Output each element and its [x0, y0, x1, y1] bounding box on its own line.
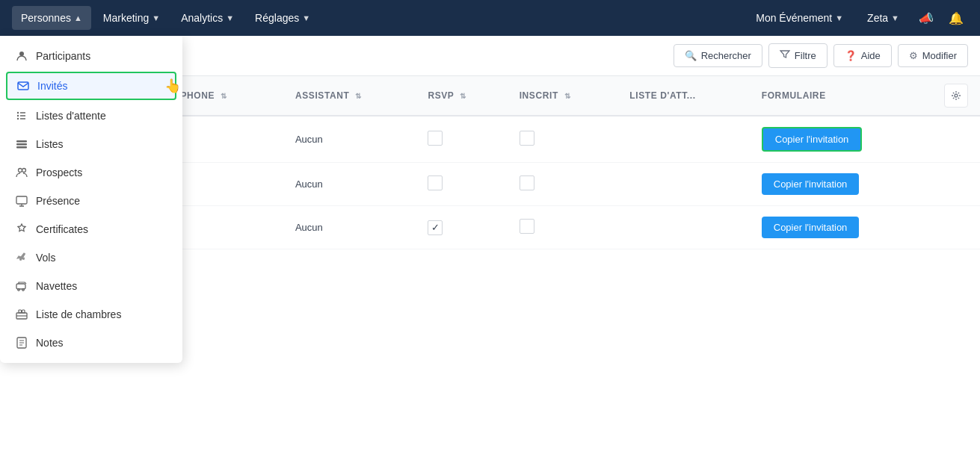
rsvp-checkbox-2[interactable]	[428, 175, 443, 190]
cell-settings-2	[932, 163, 980, 206]
notification-megaphone-icon[interactable]: 📣	[914, 6, 938, 30]
cell-formulaire-2[interactable]: Copier l'invitation	[750, 163, 932, 206]
cell-settings-1	[932, 116, 980, 163]
listes-attente-label: Listes d'attente	[36, 110, 106, 122]
col-settings[interactable]	[932, 76, 980, 116]
cell-inscrit-3[interactable]	[508, 206, 618, 249]
vols-label: Vols	[36, 252, 55, 264]
search-icon: 🔍	[685, 50, 697, 61]
notes-label: Notes	[36, 337, 64, 349]
sort-inscrit-icon: ⇅	[564, 92, 571, 100]
menu-item-liste-chambres[interactable]: Liste de chambres	[0, 300, 182, 329]
nav-user-label: Zeta	[867, 12, 888, 24]
copy-invitation-button-2[interactable]: Copier l'invitation	[762, 173, 860, 195]
table-settings-icon[interactable]	[944, 84, 968, 108]
inscrit-checkbox-1[interactable]	[520, 131, 534, 146]
listes-label: Listes	[36, 138, 64, 150]
nav-reglages-label: Réglages	[255, 12, 299, 24]
nav-personnes[interactable]: Personnes ▲	[12, 6, 91, 30]
nav-event-chevron: ▼	[835, 13, 843, 22]
modify-icon: ⚙	[909, 50, 918, 61]
menu-item-prospects[interactable]: Prospects	[0, 158, 182, 187]
search-button[interactable]: 🔍 Rechercher	[674, 44, 762, 67]
notification-bell-icon[interactable]: 🔔	[944, 6, 968, 30]
prospects-icon	[15, 166, 28, 179]
invites-icon	[16, 79, 30, 93]
svg-point-13	[22, 289, 25, 291]
svg-rect-7	[16, 146, 27, 149]
menu-item-listes-attente[interactable]: Listes d'attente	[0, 102, 182, 130]
nav-reglages[interactable]: Réglages ▼	[246, 6, 319, 30]
certificates-icon	[15, 223, 28, 236]
filter-icon	[780, 49, 790, 62]
col-rsvp[interactable]: RSVP ⇅	[416, 76, 507, 116]
menu-item-vols[interactable]: Vols	[0, 243, 182, 272]
filter-label: Filtre	[795, 50, 816, 61]
cell-rsvp-1[interactable]	[416, 116, 507, 163]
cell-assistant-3: Aucun	[283, 206, 416, 249]
col-liste-att[interactable]: LISTE D'ATT...	[617, 76, 749, 116]
cell-assistant-2: Aucun	[283, 163, 416, 206]
cell-rsvp-3[interactable]: ✓	[416, 206, 507, 249]
nav-marketing[interactable]: Marketing ▼	[94, 6, 169, 30]
svg-rect-5	[16, 140, 27, 143]
nav-marketing-chevron: ▼	[152, 13, 160, 22]
sort-rsvp-icon: ⇅	[460, 92, 466, 100]
listes-attente-icon	[15, 109, 28, 122]
nav-left: Personnes ▲ Marketing ▼ Analytics ▼ Régl…	[12, 6, 747, 30]
navettes-icon	[15, 279, 28, 293]
cell-assistant-1: Aucun	[283, 116, 416, 163]
modify-button[interactable]: ⚙ Modifier	[898, 44, 968, 67]
cell-inscrit-2[interactable]	[508, 163, 618, 206]
invites-label: Invités	[37, 80, 67, 92]
svg-point-8	[19, 169, 22, 173]
filter-button[interactable]: Filtre	[768, 43, 828, 68]
rsvp-checkbox-3[interactable]: ✓	[428, 220, 443, 235]
svg-rect-11	[16, 284, 25, 289]
svg-point-18	[955, 94, 958, 97]
liste-chambres-icon	[15, 308, 28, 321]
sort-telephone-icon: ⇅	[221, 92, 227, 100]
app-wrapper: Personnes ▲ Marketing ▼ Analytics ▼ Régl…	[0, 0, 980, 463]
prospects-label: Prospects	[36, 167, 82, 178]
cell-formulaire-1[interactable]: Copier l'invitation	[750, 116, 932, 163]
nav-analytics[interactable]: Analytics ▼	[172, 6, 243, 30]
col-inscrit[interactable]: INSCRIT ⇅	[508, 76, 618, 116]
rsvp-checkbox-1[interactable]	[428, 131, 443, 146]
cell-inscrit-1[interactable]	[508, 116, 618, 163]
cell-rsvp-2[interactable]	[416, 163, 507, 206]
cell-liste-att-3	[617, 206, 749, 249]
menu-item-presence[interactable]: Présence	[0, 187, 182, 215]
svg-rect-1	[18, 82, 28, 90]
nav-right: Mon Événement ▼ Zeta ▼ 📣 🔔	[747, 6, 968, 30]
nav-personnes-label: Personnes	[21, 12, 71, 24]
inscrit-checkbox-3[interactable]	[520, 219, 534, 234]
menu-item-invites[interactable]: Invités 👆	[6, 72, 176, 100]
liste-chambres-label: Liste de chambres	[36, 308, 121, 320]
copy-invitation-button-1[interactable]: Copier l'invitation	[762, 127, 863, 152]
content-wrapper: Participants Invités 👆 Listes d'attente	[0, 36, 980, 463]
sort-assistant-icon: ⇅	[355, 92, 362, 100]
cell-formulaire-3[interactable]: Copier l'invitation	[750, 206, 932, 249]
menu-item-notes[interactable]: Notes	[0, 329, 182, 357]
nav-reglages-chevron: ▼	[302, 13, 310, 22]
col-assistant[interactable]: ASSISTANT ⇅	[283, 76, 416, 116]
navettes-label: Navettes	[36, 280, 77, 292]
notes-icon	[15, 336, 28, 349]
help-button[interactable]: ❓ Aide	[833, 44, 892, 67]
cursor-icon: 👆	[164, 78, 181, 94]
menu-item-listes[interactable]: Listes	[0, 130, 182, 158]
svg-rect-6	[16, 143, 27, 146]
copy-invitation-button-3[interactable]: Copier l'invitation	[762, 217, 860, 238]
inscrit-checkbox-2[interactable]	[520, 175, 534, 190]
svg-point-0	[19, 52, 24, 56]
menu-item-participants[interactable]: Participants	[0, 42, 182, 70]
col-formulaire: FORMULAIRE	[750, 76, 932, 116]
nav-user-selector[interactable]: Zeta ▼	[858, 7, 908, 28]
menu-item-certificates[interactable]: Certificates	[0, 215, 182, 243]
nav-marketing-label: Marketing	[103, 12, 149, 24]
menu-item-navettes[interactable]: Navettes	[0, 272, 182, 300]
nav-event-label: Mon Événement	[756, 12, 832, 24]
presence-icon	[15, 194, 28, 208]
nav-event-selector[interactable]: Mon Événement ▼	[747, 7, 852, 28]
